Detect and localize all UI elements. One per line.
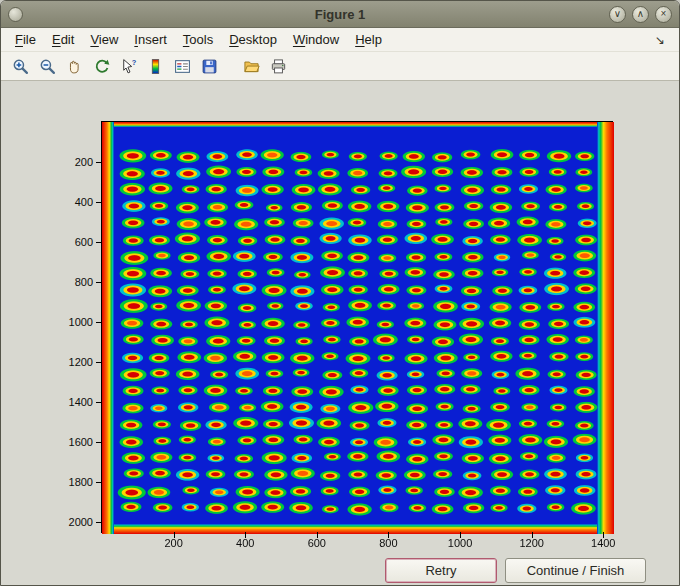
menu-window[interactable]: Window [285,29,347,50]
y-tick-mark [96,402,102,403]
colorbar-icon[interactable] [143,55,167,77]
y-tick-mark [96,362,102,363]
x-tick-label: 800 [379,537,397,549]
zoom-in-icon[interactable] [8,55,32,77]
y-tick-label: 1800 [69,476,93,488]
axes: 2004006008001000120014001600180020002004… [101,121,613,533]
legend-icon[interactable] [170,55,194,77]
y-tick-label: 1200 [69,356,93,368]
continue-finish-button[interactable]: Continue / Finish [505,558,646,583]
zoom-out-icon[interactable] [35,55,59,77]
menu-tools[interactable]: Tools [175,29,221,50]
menu-insert[interactable]: Insert [126,29,175,50]
rotate-3d-icon[interactable] [89,55,113,77]
y-tick-mark [96,482,102,483]
y-tick-mark [96,202,102,203]
window-menu-button[interactable] [8,7,23,22]
title-bar[interactable]: Figure 1 ∨ ∧ × [1,1,679,28]
menu-view[interactable]: View [82,29,126,50]
x-tick-label: 400 [236,537,254,549]
y-tick-label: 800 [75,276,93,288]
window-title: Figure 1 [315,7,366,22]
window-controls: ∨ ∧ × [603,6,672,23]
y-tick-mark [96,282,102,283]
pan-icon[interactable] [62,55,86,77]
y-tick-mark [96,162,102,163]
close-button[interactable]: × [655,6,672,23]
menu-desktop[interactable]: Desktop [221,29,285,50]
maximize-icon: ∧ [637,9,644,19]
x-tick-label: 1400 [591,537,615,549]
y-tick-label: 400 [75,196,93,208]
y-tick-label: 2000 [69,516,93,528]
figure-window: Figure 1 ∨ ∧ × FileEditViewInsertToolsDe… [0,0,680,586]
y-tick-mark [96,322,102,323]
y-tick-mark [96,242,102,243]
dock-arrow-icon[interactable]: ↘ [647,33,673,47]
minimize-button[interactable]: ∨ [609,6,626,23]
y-tick-label: 1400 [69,396,93,408]
print-icon[interactable] [266,55,290,77]
data-cursor-icon[interactable]: ? [116,55,140,77]
svg-text:?: ? [131,58,136,67]
retry-button[interactable]: Retry [385,558,497,583]
menu-file[interactable]: File [7,29,44,50]
y-tick-mark [96,522,102,523]
minimize-icon: ∨ [614,9,621,19]
y-tick-label: 600 [75,236,93,248]
menu-help[interactable]: Help [347,29,390,50]
toolbar-separator [224,55,236,77]
toolbar: ? [1,52,679,81]
close-icon: × [661,9,667,19]
maximize-button[interactable]: ∧ [632,6,649,23]
y-tick-mark [96,442,102,443]
save-icon[interactable] [197,55,221,77]
x-tick-label: 1200 [519,537,543,549]
y-tick-label: 1600 [69,436,93,448]
y-tick-label: 200 [75,156,93,168]
open-icon[interactable] [239,55,263,77]
plot-image[interactable] [102,122,614,534]
x-tick-label: 600 [308,537,326,549]
menu-edit[interactable]: Edit [44,29,82,50]
x-tick-label: 1000 [448,537,472,549]
x-tick-label: 200 [164,537,182,549]
menu-bar: FileEditViewInsertToolsDesktopWindowHelp… [1,28,679,52]
y-tick-label: 1000 [69,316,93,328]
figure-canvas-area: 2004006008001000120014001600180020002004… [1,81,679,585]
